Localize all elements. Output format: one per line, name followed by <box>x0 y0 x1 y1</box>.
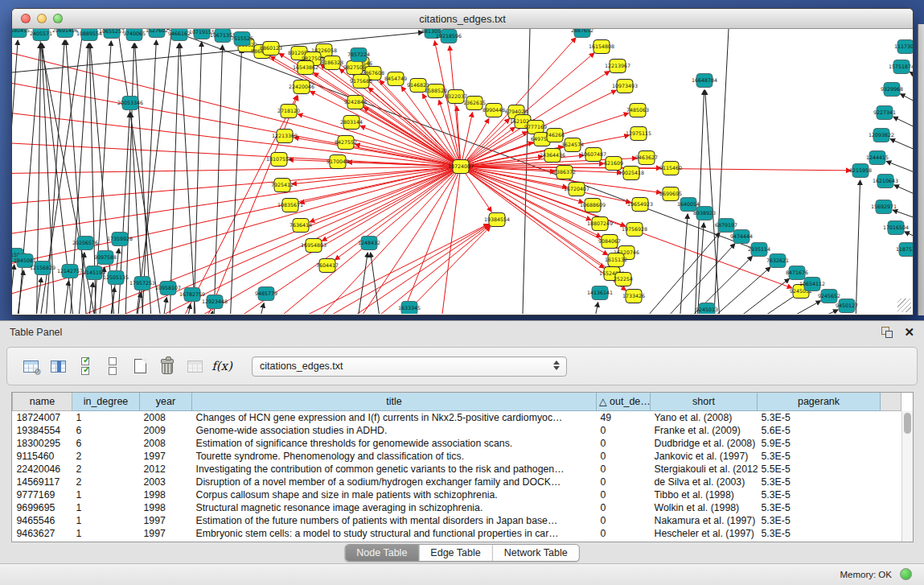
graph-edge[interactable] <box>277 225 489 314</box>
table-cell[interactable]: Tourette syndrome. Phenomenology and cla… <box>192 450 597 463</box>
table-cell[interactable]: 9777169 <box>13 488 72 501</box>
table-cell[interactable]: 6 <box>72 424 140 437</box>
graph-edge[interactable] <box>438 167 461 314</box>
table-cell[interactable]: 2 <box>72 476 140 488</box>
show-columns-button[interactable] <box>46 354 70 378</box>
graph-node[interactable]: 10835671 <box>277 199 303 212</box>
scrollbar-thumb[interactable] <box>904 413 911 434</box>
table-cell[interactable]: 5.3E-5 <box>758 476 881 488</box>
graph-node[interactable]: 7604417 <box>316 259 339 273</box>
graph-node[interactable]: 12142757 <box>57 265 83 278</box>
table-cell[interactable]: 9699695 <box>13 501 72 514</box>
graph-node[interactable]: 621609 <box>604 157 623 171</box>
graph-node[interactable]: 8454749 <box>384 72 407 86</box>
graph-node[interactable]: 1244415 <box>866 151 889 165</box>
graph-node[interactable]: 1527602 <box>146 29 168 38</box>
graph-node[interactable]: 7925412 <box>271 179 294 192</box>
graph-node[interactable]: 20691406 <box>52 29 78 38</box>
graph-edge[interactable] <box>589 303 598 314</box>
table-cell[interactable]: 5.3E-5 <box>758 410 881 424</box>
table-row[interactable]: 2242004622012Investigating the contribut… <box>13 463 901 476</box>
graph-edge[interactable] <box>133 29 765 253</box>
graph-edge[interactable] <box>855 180 860 314</box>
graph-node[interactable]: 9329968 <box>881 83 903 97</box>
table-cell[interactable]: Changes of HCN gene expression and I(f) … <box>192 410 597 424</box>
table-cell[interactable]: 1 <box>72 410 140 424</box>
graph-node[interactable]: 7636414 <box>290 219 312 233</box>
graph-node[interactable]: 1117304 <box>894 40 913 54</box>
table-cell[interactable]: 0 <box>597 424 651 437</box>
graph-edge[interactable] <box>890 139 913 163</box>
graph-node[interactable]: 1145190 <box>83 266 105 280</box>
graph-node[interactable]: 9170043 <box>326 155 349 169</box>
table-cell[interactable]: 1 <box>72 501 140 514</box>
table-cell[interactable]: 5.5E-5 <box>758 463 881 476</box>
graph-node[interactable]: 7632621 <box>766 254 789 268</box>
select-columns-button[interactable]: ✓ ✓ <box>73 354 97 378</box>
table-cell[interactable]: Yano et al. (2008) <box>651 410 758 424</box>
table-row[interactable]: 1456911722003Disruption of a novel membe… <box>13 476 901 488</box>
graph-node[interactable]: 2887652 <box>571 29 593 38</box>
table-cell[interactable]: Jankovic et al. (1997) <box>651 450 758 463</box>
column-header-short[interactable]: short <box>651 393 758 410</box>
graph-node[interactable]: 14136141 <box>587 286 613 300</box>
graph-edge[interactable] <box>322 167 461 241</box>
table-cell[interactable]: 6 <box>72 437 140 450</box>
table-cell[interactable]: 0 <box>597 450 651 463</box>
graph-node[interactable]: 6879197 <box>715 219 737 233</box>
table-cell[interactable] <box>881 437 901 450</box>
table-cell[interactable]: 2008 <box>140 437 192 450</box>
table-cell[interactable] <box>881 527 901 540</box>
column-stack-button[interactable] <box>101 354 125 378</box>
graph-edge[interactable] <box>894 185 913 208</box>
table-cell[interactable]: 1 <box>72 527 140 540</box>
table-cell[interactable]: 5.3E-5 <box>758 514 881 527</box>
table-cell[interactable]: Structural magnetic resonance image aver… <box>192 501 597 514</box>
graph-edge[interactable] <box>229 48 241 314</box>
graph-edge[interactable] <box>12 77 461 167</box>
table-cell[interactable]: Stergiakouli et al. (2012) <box>651 463 758 476</box>
graph-edge[interactable] <box>12 45 461 167</box>
graph-edge[interactable] <box>354 253 368 314</box>
table-cell[interactable]: 18300295 <box>13 437 72 450</box>
table-cell[interactable] <box>881 514 901 527</box>
table-cell[interactable]: 1 <box>72 488 140 501</box>
table-cell[interactable]: 1998 <box>140 501 192 514</box>
graph-node[interactable]: 7857224 <box>347 48 370 62</box>
delete-table-button[interactable] <box>183 354 207 378</box>
table-row[interactable]: 911546021997Tourette syndrome. Phenomeno… <box>13 450 901 463</box>
table-cell[interactable] <box>881 476 901 488</box>
table-cell[interactable]: 1997 <box>140 514 192 527</box>
table-cell[interactable]: 0 <box>597 501 651 514</box>
graph-node[interactable]: 16154808 <box>589 40 614 54</box>
graph-node[interactable]: 17359928 <box>107 233 133 246</box>
table-row[interactable]: 946362711997Embryonic stem cells: a mode… <box>13 527 901 540</box>
column-header-year[interactable]: year <box>140 393 192 410</box>
graph-node[interactable]: 8471676 <box>786 266 808 280</box>
table-cell[interactable]: 5.3E-5 <box>758 527 881 540</box>
network-canvas[interactable]: 1872400776638229866254886012389129551822… <box>12 29 913 314</box>
column-header-pagerank[interactable]: pagerank <box>758 393 881 410</box>
table-cell[interactable]: Corpus callosum shape and size in male p… <box>192 488 597 501</box>
graph-node[interactable]: 252254 <box>614 273 633 286</box>
table-cell[interactable]: 1 <box>72 514 140 527</box>
table-mode-button[interactable]: ⚙ <box>18 354 43 378</box>
graph-node[interactable]: 12213369 <box>272 130 298 143</box>
graph-node[interactable]: 9474444 <box>730 230 753 244</box>
table-cell[interactable]: Estimation of significance thresholds fo… <box>192 437 597 450</box>
graph-edge[interactable] <box>678 214 688 314</box>
close-window-button[interactable] <box>21 14 31 23</box>
graph-node[interactable]: 10958107 <box>155 282 181 295</box>
graph-node[interactable]: 12156829 <box>30 262 55 275</box>
delete-column-button[interactable] <box>155 354 179 378</box>
table-cell[interactable]: Investigating the contribution of common… <box>192 463 597 476</box>
tab-network-table[interactable]: Network Table <box>493 545 579 561</box>
graph-edge[interactable] <box>641 244 735 314</box>
graph-edge[interactable] <box>705 90 721 314</box>
table-cell[interactable]: 2 <box>72 450 140 463</box>
graph-edge[interactable] <box>713 29 729 314</box>
table-cell[interactable]: Tibbo et al. (1998) <box>651 488 758 501</box>
table-cell[interactable]: Disruption of a novel member of a sodium… <box>192 476 597 488</box>
graph-node[interactable]: 17016504 <box>883 221 909 235</box>
graph-node[interactable]: 746266 <box>545 129 565 142</box>
